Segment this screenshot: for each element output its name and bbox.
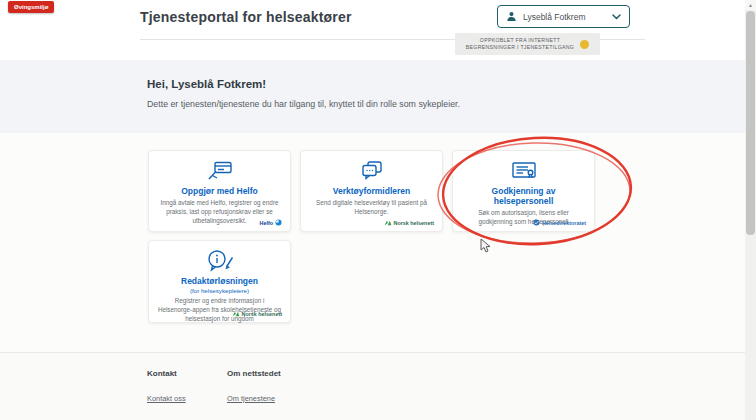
helsedirektoratet-logo-mark xyxy=(533,219,540,226)
norsk-helsenett-logo-text: Norsk helsenett xyxy=(242,311,282,317)
norsk-helsenett-logo-text: Norsk helsenett xyxy=(394,220,434,226)
greeting-description: Dette er tjenesten/tjenestene du har til… xyxy=(147,98,487,111)
tjenesteportal-page: Hei, Lyseblå Fotkrem! Dette er tjenesten… xyxy=(0,0,756,420)
footer: Kontakt Kontakt oss Om nettstedet Om tje… xyxy=(0,352,745,420)
environment-badge: Øvingsmiljø xyxy=(8,1,54,13)
connection-status-chip: Oppkoblet fra internett Begrensninger i … xyxy=(455,33,600,55)
card-subtitle: (for helsesykepleiere) xyxy=(157,287,282,294)
footer-heading: Kontakt xyxy=(147,369,217,378)
card-title: Redaktørløsningen xyxy=(157,276,282,286)
service-card-verktoyformidleren[interactable]: Verktøyformidleren Send digitale helseve… xyxy=(300,150,443,232)
service-card-oppgjor-med-helfo[interactable]: Oppgjør med Helfo Inngå avtale med Helfo… xyxy=(148,150,291,232)
header: Øvingsmiljø Tjenesteportal for helseaktø… xyxy=(0,0,756,60)
norsk-helsenett-logo-mark xyxy=(232,311,240,317)
chat-bubbles-icon xyxy=(309,159,434,183)
user-menu-dropdown[interactable]: Lyseblå Fotkrem xyxy=(497,5,630,28)
footer-heading: Om nettstedet xyxy=(227,369,387,378)
greeting-title: Hei, Lyseblå Fotkrem! xyxy=(147,78,266,90)
service-card-godkjenning-av-helsepersonell[interactable]: Godkjenning av helsepersonell Søk om aut… xyxy=(452,150,595,232)
greeting-band: Hei, Lyseblå Fotkrem! Dette er tjenesten… xyxy=(0,60,745,133)
norsk-helsenett-logo: Norsk helsenett xyxy=(232,311,282,317)
person-icon xyxy=(506,11,517,22)
footer-link-om-tjenestene[interactable]: Om tjenestene xyxy=(227,394,275,403)
footer-column-kontakt: Kontakt Kontakt oss xyxy=(147,369,217,405)
chevron-down-icon xyxy=(612,14,621,20)
helfo-logo: Helfo xyxy=(260,219,282,226)
card-title: Godkjenning av helsepersonell xyxy=(461,186,586,206)
page-title: Tjenesteportal for helseaktører xyxy=(140,9,352,25)
service-card-redaktorlosningen[interactable]: Redaktørløsningen (for helsesykepleiere)… xyxy=(148,240,291,323)
norsk-helsenett-logo: Norsk helsenett xyxy=(384,220,434,226)
info-bubble-pencil-icon xyxy=(157,249,282,273)
user-name: Lyseblå Fotkrem xyxy=(523,12,606,22)
helsedirektoratet-logo-text: Helsedirektoratet xyxy=(542,220,586,226)
certificate-icon xyxy=(461,159,586,183)
helsedirektoratet-logo: Helsedirektoratet xyxy=(533,219,586,226)
scrollbar-up-arrow-icon[interactable]: ▲ xyxy=(745,0,756,10)
norsk-helsenett-logo-mark xyxy=(384,220,392,226)
helfo-logo-text: Helfo xyxy=(260,220,273,226)
footer-column-om-nettstedet: Om nettstedet Om tjenestene Personverner… xyxy=(227,369,387,420)
payment-card-hand-icon xyxy=(157,159,282,183)
status-dot-icon xyxy=(580,40,589,49)
mouse-cursor-icon xyxy=(480,238,492,254)
connection-status-text: Oppkoblet fra internett Begrensninger i … xyxy=(466,37,574,51)
card-title: Verktøyformidleren xyxy=(309,186,434,196)
footer-link-kontakt-oss[interactable]: Kontakt oss xyxy=(147,394,186,403)
card-description: Send digitale helseverktøy til pasient p… xyxy=(309,199,434,217)
scrollbar-thumb[interactable] xyxy=(746,11,755,235)
card-title: Oppgjør med Helfo xyxy=(157,186,282,196)
scrollbar-track[interactable]: ▲ xyxy=(745,0,756,420)
helfo-logo-mark xyxy=(275,219,282,226)
